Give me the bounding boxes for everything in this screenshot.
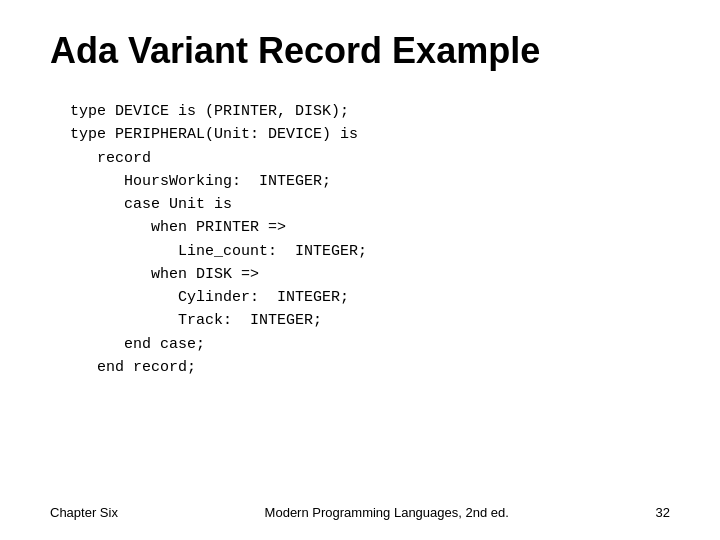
slide-title: Ada Variant Record Example: [50, 30, 670, 72]
code-line-13: end record;: [70, 356, 670, 379]
footer-left: Chapter Six: [50, 505, 118, 520]
code-line-9: when DISK =>: [70, 263, 670, 286]
code-line-4: record: [70, 147, 670, 170]
code-line-6: case Unit is: [70, 193, 670, 216]
code-line-7: when PRINTER =>: [70, 216, 670, 239]
footer: Chapter Six Modern Programming Languages…: [0, 505, 720, 520]
footer-right: 32: [656, 505, 670, 520]
code-line-8: Line_count: INTEGER;: [70, 240, 670, 263]
footer-center: Modern Programming Languages, 2nd ed.: [265, 505, 509, 520]
code-line-10: Cylinder: INTEGER;: [70, 286, 670, 309]
code-line-11: Track: INTEGER;: [70, 309, 670, 332]
code-line-3: type PERIPHERAL(Unit: DEVICE) is: [70, 123, 670, 146]
slide: Ada Variant Record Example type DEVICE i…: [0, 0, 720, 540]
code-line-1: type DEVICE is (PRINTER, DISK);: [70, 100, 670, 123]
code-block: type DEVICE is (PRINTER, DISK); type PER…: [70, 100, 670, 379]
code-line-12: end case;: [70, 333, 670, 356]
code-line-5: HoursWorking: INTEGER;: [70, 170, 670, 193]
